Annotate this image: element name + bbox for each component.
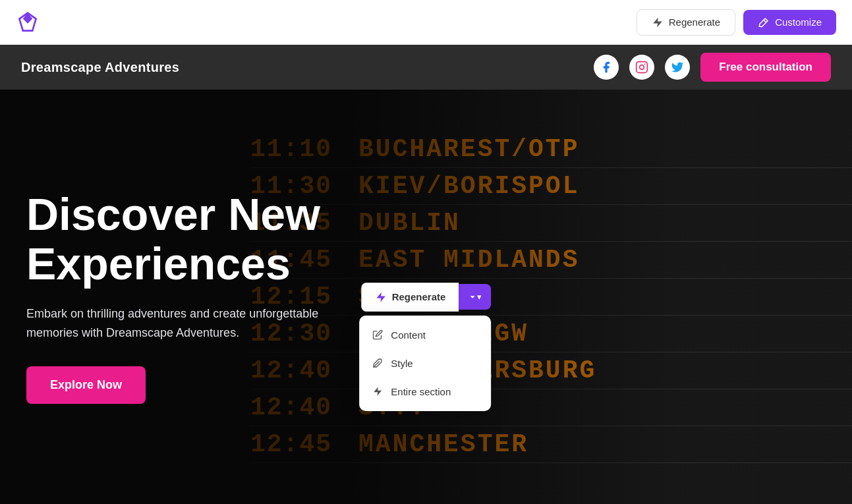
floating-regenerate-button[interactable]: Regenerate [361, 283, 459, 312]
explore-now-button[interactable]: Explore Now [26, 366, 146, 404]
chevron-down-icon [468, 293, 477, 302]
svg-point-3 [644, 64, 646, 65]
svg-marker-6 [374, 387, 382, 395]
hero-subtitle: Embark on thrilling adventures and creat… [26, 304, 343, 343]
logo-area [16, 11, 40, 34]
durable-logo [16, 11, 40, 34]
svg-point-2 [640, 65, 644, 70]
site-brand: Dreamscape Adventures [21, 60, 179, 75]
regenerate-dropdown-menu: Content Style Entire section [359, 316, 491, 411]
twitter-icon-button[interactable] [665, 55, 690, 80]
brush-icon [372, 358, 383, 368]
dropdown-item-entire-section[interactable]: Entire section [359, 378, 491, 406]
free-consultation-button[interactable]: Free consultation [700, 53, 831, 82]
pencil-icon [372, 329, 383, 340]
dropdown-item-content[interactable]: Content [359, 321, 491, 349]
svg-line-5 [374, 361, 380, 367]
floating-regenerate-dropdown-button[interactable]: ▾ [459, 284, 491, 310]
floating-lightning-icon [375, 291, 387, 303]
lightning-icon [652, 16, 664, 28]
facebook-icon-button[interactable] [594, 55, 619, 80]
hero-title: Discover New Experiences [26, 190, 343, 289]
toolbar-actions: Regenerate Customize [637, 9, 836, 36]
dropdown-content-label: Content [391, 329, 426, 341]
svg-marker-0 [653, 17, 662, 27]
svg-rect-1 [637, 62, 648, 73]
toolbar-regenerate-label: Regenerate [669, 16, 720, 28]
floating-regenerate-label: Regenerate [392, 291, 446, 302]
instagram-icon [635, 61, 648, 74]
dropdown-entire-section-label: Entire section [391, 386, 451, 397]
twitter-icon [671, 61, 684, 74]
dropdown-style-label: Style [391, 358, 412, 369]
lightning-section-icon [372, 386, 383, 397]
hero-content: Discover New Experiences Embark on thril… [0, 190, 369, 403]
nav-right: Free consultation [594, 53, 831, 82]
floating-regenerate: Regenerate ▾ Content Style [361, 283, 492, 312]
hero-section: 11:10 BUCHAREST/OTP 11:30 KIEV/BORISPOL … [0, 90, 852, 504]
top-toolbar: Regenerate Customize [0, 0, 852, 45]
toolbar-regenerate-button[interactable]: Regenerate [637, 9, 735, 36]
wand-icon [758, 16, 770, 28]
toolbar-customize-button[interactable]: Customize [743, 10, 836, 35]
toolbar-customize-label: Customize [775, 16, 822, 28]
dropdown-item-style[interactable]: Style [359, 349, 491, 378]
facebook-icon [600, 61, 613, 74]
site-navbar: Dreamscape Adventures Free consultation [0, 45, 852, 90]
instagram-icon-button[interactable] [629, 55, 654, 80]
svg-marker-4 [376, 292, 385, 302]
